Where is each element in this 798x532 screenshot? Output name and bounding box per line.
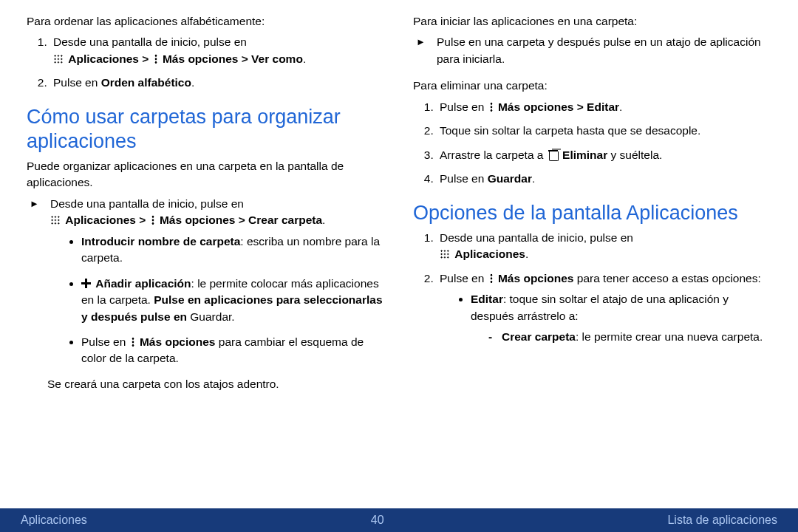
folders-heading: Cómo usar carpetas para organizar aplica… [27, 105, 385, 154]
folders-desc: Puede organizar aplicaciones en una carp… [27, 158, 385, 191]
footer-bar: Aplicaciones 40 Lista de aplicaciones [0, 508, 798, 532]
options-step-1: Desde una pantalla de inicio, pulse en A… [437, 230, 771, 263]
folder-bullets: Introducir nombre de carpeta: escriba un… [50, 233, 385, 367]
bullet-editar: Editar: toque sin soltar el atajo de una… [471, 291, 771, 345]
options-bullets: Editar: toque sin soltar el atajo de una… [440, 291, 771, 345]
apps-grid-icon [53, 54, 63, 64]
trash-icon [548, 149, 558, 160]
launch-steps: Pulse en una carpeta y después pulse en … [413, 34, 771, 67]
sort-steps: Desde una pantalla de inicio, pulse en A… [27, 34, 385, 91]
options-steps: Desde una pantalla de inicio, pulse en A… [413, 230, 771, 346]
launch-arrow: Pulse en una carpeta y después pulse en … [416, 34, 771, 67]
sort-step-1: Desde una pantalla de inicio, pulse en A… [50, 34, 385, 67]
more-options-icon [488, 273, 494, 284]
bullet-add-app: Añadir aplicación: le permite colocar má… [81, 276, 385, 325]
sort-intro: Para ordenar las aplicaciones alfabética… [27, 13, 385, 30]
delete-step-4: Pulse en Guardar. [437, 171, 771, 187]
folder-arrow-step: Desde una pantalla de inicio, pulse en A… [30, 196, 385, 393]
more-options-icon [150, 215, 156, 225]
more-options-icon [488, 102, 494, 112]
options-heading: Opciones de la pantalla Aplicaciones [413, 201, 771, 225]
sort-step-2: Pulse en Orden alfabético. [50, 75, 385, 91]
delete-step-2: Toque sin soltar la carpeta hasta que se… [437, 123, 771, 139]
delete-step-1: Pulse en Más opciones > Editar. [437, 99, 771, 115]
launch-intro: Para iniciar las aplicaciones en una car… [413, 13, 771, 30]
dash-list: Crear carpeta: le permite crear una nuev… [471, 329, 771, 345]
left-column: Para ordenar las aplicaciones alfabética… [27, 13, 385, 505]
page-number: 40 [371, 514, 384, 527]
dash-crear-carpeta: Crear carpeta: le permite crear una nuev… [502, 329, 771, 345]
bullet-enter-name: Introducir nombre de carpeta: escriba un… [81, 233, 385, 267]
footer-right: Lista de aplicaciones [667, 514, 777, 527]
right-column: Para iniciar las aplicaciones en una car… [413, 13, 771, 505]
apps-grid-icon [440, 249, 449, 259]
delete-step-3: Arrastre la carpeta a Eliminar y suéltel… [437, 147, 771, 163]
plus-icon [81, 279, 91, 288]
more-options-icon [130, 337, 136, 347]
folder-closing: Se creará una carpeta con los atajos ade… [47, 376, 385, 392]
bullet-color: Pulse en Más opciones para cambiar el es… [81, 334, 385, 367]
more-options-icon [153, 54, 159, 64]
footer-left: Aplicaciones [21, 514, 87, 527]
folder-steps: Desde una pantalla de inicio, pulse en A… [27, 196, 385, 393]
options-step-2: Pulse en Más opciones para tener acceso … [437, 270, 771, 346]
page-content: Para ordenar las aplicaciones alfabética… [0, 0, 798, 505]
delete-intro: Para eliminar una carpeta: [413, 78, 771, 94]
apps-grid-icon [50, 215, 60, 225]
delete-steps: Pulse en Más opciones > Editar. Toque si… [413, 99, 771, 188]
